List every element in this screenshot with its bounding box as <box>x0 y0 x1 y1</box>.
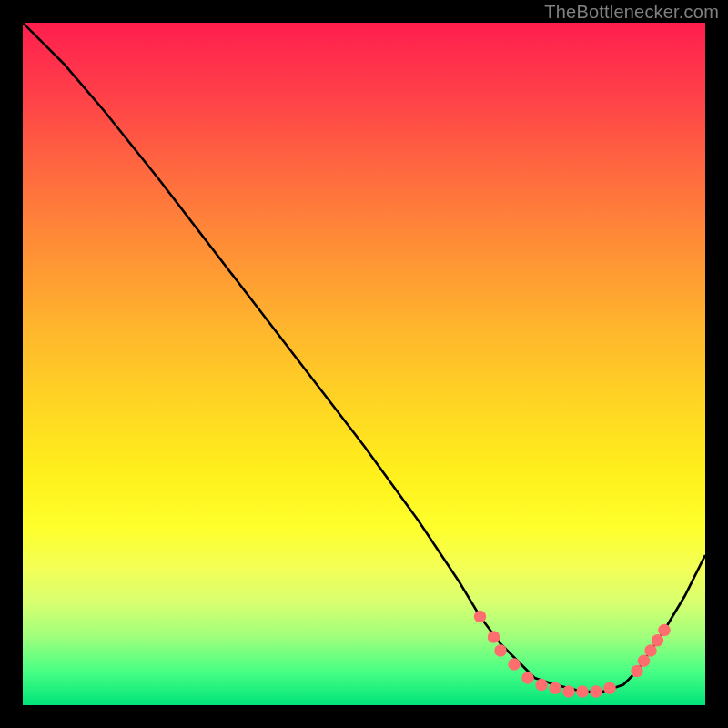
curve-marker <box>562 685 575 698</box>
curve-marker <box>576 685 589 698</box>
bottleneck-curve <box>23 23 705 692</box>
curve-marker <box>603 682 616 695</box>
curve-marker <box>658 624 671 637</box>
curve-marker <box>590 685 602 698</box>
curve-marker <box>535 679 548 692</box>
curve-marker <box>644 644 657 657</box>
curve-marker <box>638 655 651 668</box>
chart-frame: TheBottlenecker.com <box>0 0 728 728</box>
curve-marker <box>488 631 500 643</box>
curve-marker <box>508 658 521 671</box>
curve-marker <box>474 611 487 623</box>
curve-marker <box>494 644 507 657</box>
chart-svg <box>23 23 705 705</box>
plot-area <box>23 23 705 705</box>
curve-marker <box>521 672 534 684</box>
curve-marker <box>631 665 643 678</box>
curve-marker <box>549 682 561 695</box>
watermark-text: TheBottlenecker.com <box>544 2 719 23</box>
curve-markers <box>474 611 671 698</box>
curve-marker <box>652 634 664 647</box>
